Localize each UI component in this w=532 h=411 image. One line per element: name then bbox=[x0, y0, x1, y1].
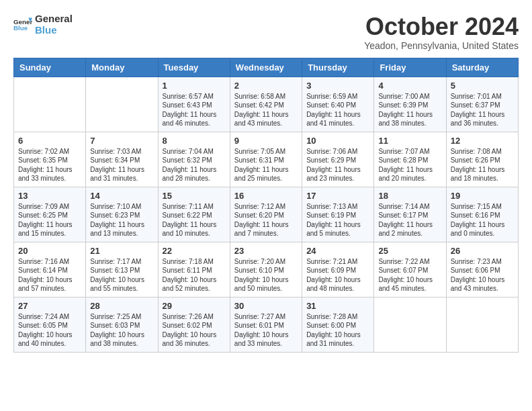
day-number: 17 bbox=[306, 191, 369, 201]
day-info: Sunrise: 7:18 AM Sunset: 6:11 PM Dayligh… bbox=[163, 257, 226, 293]
calendar-cell: 16Sunrise: 7:12 AM Sunset: 6:20 PM Dayli… bbox=[230, 187, 302, 242]
day-number: 6 bbox=[18, 136, 81, 146]
day-number: 31 bbox=[306, 301, 369, 311]
calendar-cell: 14Sunrise: 7:10 AM Sunset: 6:23 PM Dayli… bbox=[86, 187, 158, 242]
calendar-cell: 6Sunrise: 7:02 AM Sunset: 6:35 PM Daylig… bbox=[14, 132, 86, 187]
calendar-cell: 21Sunrise: 7:17 AM Sunset: 6:13 PM Dayli… bbox=[86, 242, 158, 297]
header-tuesday: Tuesday bbox=[158, 58, 230, 77]
calendar-week-row: 1Sunrise: 6:57 AM Sunset: 6:43 PM Daylig… bbox=[14, 77, 519, 132]
day-info: Sunrise: 6:59 AM Sunset: 6:40 PM Dayligh… bbox=[306, 92, 369, 128]
day-number: 22 bbox=[163, 246, 226, 256]
day-info: Sunrise: 7:16 AM Sunset: 6:14 PM Dayligh… bbox=[18, 257, 81, 293]
calendar-week-row: 13Sunrise: 7:09 AM Sunset: 6:25 PM Dayli… bbox=[14, 187, 519, 242]
calendar-cell bbox=[14, 77, 86, 132]
day-info: Sunrise: 7:10 AM Sunset: 6:23 PM Dayligh… bbox=[90, 202, 153, 238]
day-number: 10 bbox=[306, 136, 369, 146]
day-info: Sunrise: 7:15 AM Sunset: 6:16 PM Dayligh… bbox=[451, 202, 514, 238]
day-info: Sunrise: 6:57 AM Sunset: 6:43 PM Dayligh… bbox=[163, 92, 226, 128]
calendar-cell: 28Sunrise: 7:25 AM Sunset: 6:03 PM Dayli… bbox=[86, 297, 158, 352]
day-number: 23 bbox=[234, 246, 298, 256]
calendar-cell bbox=[446, 297, 518, 352]
calendar-table: SundayMondayTuesdayWednesdayThursdayFrid… bbox=[13, 58, 519, 353]
header-wednesday: Wednesday bbox=[230, 58, 302, 77]
page-header: General Blue General Blue October 2024 Y… bbox=[13, 13, 519, 51]
calendar-cell: 31Sunrise: 7:28 AM Sunset: 6:00 PM Dayli… bbox=[302, 297, 374, 352]
day-info: Sunrise: 7:06 AM Sunset: 6:29 PM Dayligh… bbox=[306, 147, 369, 183]
calendar-cell: 7Sunrise: 7:03 AM Sunset: 6:34 PM Daylig… bbox=[86, 132, 158, 187]
day-info: Sunrise: 7:22 AM Sunset: 6:07 PM Dayligh… bbox=[378, 257, 441, 293]
day-number: 28 bbox=[90, 301, 153, 311]
day-number: 13 bbox=[18, 191, 81, 201]
day-info: Sunrise: 7:08 AM Sunset: 6:26 PM Dayligh… bbox=[451, 147, 514, 183]
day-info: Sunrise: 7:25 AM Sunset: 6:03 PM Dayligh… bbox=[90, 312, 153, 349]
calendar-cell: 4Sunrise: 7:00 AM Sunset: 6:39 PM Daylig… bbox=[374, 77, 446, 132]
day-number: 19 bbox=[451, 191, 514, 201]
calendar-cell: 26Sunrise: 7:23 AM Sunset: 6:06 PM Dayli… bbox=[446, 242, 518, 297]
day-info: Sunrise: 7:17 AM Sunset: 6:13 PM Dayligh… bbox=[90, 257, 153, 293]
calendar-cell: 3Sunrise: 6:59 AM Sunset: 6:40 PM Daylig… bbox=[302, 77, 374, 132]
day-number: 20 bbox=[18, 246, 81, 256]
day-number: 18 bbox=[378, 191, 441, 201]
day-info: Sunrise: 7:07 AM Sunset: 6:28 PM Dayligh… bbox=[378, 147, 441, 183]
header-friday: Friday bbox=[374, 58, 446, 77]
day-info: Sunrise: 7:20 AM Sunset: 6:10 PM Dayligh… bbox=[234, 257, 298, 293]
calendar-cell bbox=[86, 77, 158, 132]
day-info: Sunrise: 7:09 AM Sunset: 6:25 PM Dayligh… bbox=[18, 202, 81, 238]
calendar-cell: 22Sunrise: 7:18 AM Sunset: 6:11 PM Dayli… bbox=[158, 242, 230, 297]
day-number: 15 bbox=[163, 191, 226, 201]
day-info: Sunrise: 7:05 AM Sunset: 6:31 PM Dayligh… bbox=[234, 147, 298, 183]
calendar-cell: 11Sunrise: 7:07 AM Sunset: 6:28 PM Dayli… bbox=[374, 132, 446, 187]
day-info: Sunrise: 7:02 AM Sunset: 6:35 PM Dayligh… bbox=[18, 147, 81, 183]
title-block: October 2024 Yeadon, Pennsylvania, Unite… bbox=[364, 13, 519, 51]
day-info: Sunrise: 7:24 AM Sunset: 6:05 PM Dayligh… bbox=[18, 312, 81, 349]
day-number: 7 bbox=[90, 136, 153, 146]
header-thursday: Thursday bbox=[302, 58, 374, 77]
day-info: Sunrise: 6:58 AM Sunset: 6:42 PM Dayligh… bbox=[234, 92, 298, 128]
calendar-week-row: 20Sunrise: 7:16 AM Sunset: 6:14 PM Dayli… bbox=[14, 242, 519, 297]
day-number: 4 bbox=[378, 81, 441, 91]
calendar-cell: 27Sunrise: 7:24 AM Sunset: 6:05 PM Dayli… bbox=[14, 297, 86, 352]
logo: General Blue General Blue bbox=[13, 13, 73, 36]
day-info: Sunrise: 7:13 AM Sunset: 6:19 PM Dayligh… bbox=[306, 202, 369, 238]
day-number: 25 bbox=[378, 246, 441, 256]
logo-general: General bbox=[35, 13, 73, 25]
day-number: 3 bbox=[306, 81, 369, 91]
day-number: 16 bbox=[234, 191, 298, 201]
calendar-cell: 2Sunrise: 6:58 AM Sunset: 6:42 PM Daylig… bbox=[230, 77, 302, 132]
day-info: Sunrise: 7:12 AM Sunset: 6:20 PM Dayligh… bbox=[234, 202, 298, 238]
day-number: 29 bbox=[163, 301, 226, 311]
calendar-cell: 15Sunrise: 7:11 AM Sunset: 6:22 PM Dayli… bbox=[158, 187, 230, 242]
day-number: 26 bbox=[451, 246, 514, 256]
day-number: 12 bbox=[451, 136, 514, 146]
calendar-cell: 13Sunrise: 7:09 AM Sunset: 6:25 PM Dayli… bbox=[14, 187, 86, 242]
header-monday: Monday bbox=[86, 58, 158, 77]
calendar-cell: 24Sunrise: 7:21 AM Sunset: 6:09 PM Dayli… bbox=[302, 242, 374, 297]
svg-text:Blue: Blue bbox=[13, 24, 28, 32]
day-info: Sunrise: 7:23 AM Sunset: 6:06 PM Dayligh… bbox=[451, 257, 514, 293]
day-info: Sunrise: 7:11 AM Sunset: 6:22 PM Dayligh… bbox=[163, 202, 226, 238]
day-number: 14 bbox=[90, 191, 153, 201]
day-info: Sunrise: 7:00 AM Sunset: 6:39 PM Dayligh… bbox=[378, 92, 441, 128]
logo-icon: General Blue bbox=[13, 15, 32, 34]
day-number: 2 bbox=[234, 81, 298, 91]
day-number: 30 bbox=[234, 301, 298, 311]
location-subtitle: Yeadon, Pennsylvania, United States bbox=[364, 40, 519, 51]
calendar-cell: 29Sunrise: 7:26 AM Sunset: 6:02 PM Dayli… bbox=[158, 297, 230, 352]
calendar-cell: 23Sunrise: 7:20 AM Sunset: 6:10 PM Dayli… bbox=[230, 242, 302, 297]
month-title: October 2024 bbox=[364, 13, 519, 40]
day-info: Sunrise: 7:28 AM Sunset: 6:00 PM Dayligh… bbox=[306, 312, 369, 349]
day-info: Sunrise: 7:21 AM Sunset: 6:09 PM Dayligh… bbox=[306, 257, 369, 293]
calendar-cell: 10Sunrise: 7:06 AM Sunset: 6:29 PM Dayli… bbox=[302, 132, 374, 187]
calendar-cell: 18Sunrise: 7:14 AM Sunset: 6:17 PM Dayli… bbox=[374, 187, 446, 242]
calendar-week-row: 27Sunrise: 7:24 AM Sunset: 6:05 PM Dayli… bbox=[14, 297, 519, 352]
header-saturday: Saturday bbox=[446, 58, 518, 77]
calendar-cell: 12Sunrise: 7:08 AM Sunset: 6:26 PM Dayli… bbox=[446, 132, 518, 187]
day-info: Sunrise: 7:04 AM Sunset: 6:32 PM Dayligh… bbox=[163, 147, 226, 183]
calendar-cell: 1Sunrise: 6:57 AM Sunset: 6:43 PM Daylig… bbox=[158, 77, 230, 132]
day-number: 9 bbox=[234, 136, 298, 146]
day-info: Sunrise: 7:26 AM Sunset: 6:02 PM Dayligh… bbox=[163, 312, 226, 349]
calendar-header-row: SundayMondayTuesdayWednesdayThursdayFrid… bbox=[14, 58, 519, 77]
day-number: 21 bbox=[90, 246, 153, 256]
header-sunday: Sunday bbox=[14, 58, 86, 77]
day-info: Sunrise: 7:27 AM Sunset: 6:01 PM Dayligh… bbox=[234, 312, 298, 349]
